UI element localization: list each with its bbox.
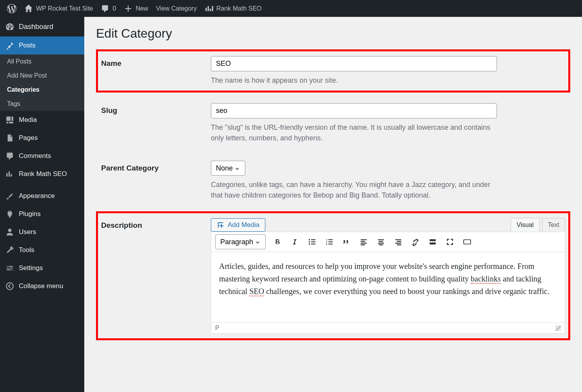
align-center-icon xyxy=(377,238,385,246)
link-icon xyxy=(411,238,420,246)
admin-sidebar: Dashboard Posts All Posts Add New Post C… xyxy=(0,17,84,392)
plugin-icon xyxy=(5,210,14,218)
menu-users[interactable]: Users xyxy=(0,223,84,241)
slug-input[interactable] xyxy=(211,103,497,118)
menu-pages[interactable]: Pages xyxy=(0,129,84,147)
menu-comments[interactable]: Comments xyxy=(0,147,84,165)
rank-math-link[interactable]: Rank Math SEO xyxy=(201,0,266,17)
add-media-button[interactable]: Add Media xyxy=(211,218,265,232)
description-label: Description xyxy=(101,218,211,334)
format-select[interactable]: Paragraph xyxy=(215,234,266,249)
readmore-icon xyxy=(428,238,437,246)
svg-point-3 xyxy=(309,243,310,245)
menu-rank-math[interactable]: Rank Math SEO xyxy=(0,165,84,183)
submenu-all-posts[interactable]: All Posts xyxy=(0,54,84,69)
media-icon xyxy=(5,116,14,124)
name-input[interactable] xyxy=(211,56,497,71)
menu-plugins[interactable]: Plugins xyxy=(0,205,84,223)
name-label: Name xyxy=(101,56,211,86)
chart-icon xyxy=(205,4,213,13)
parent-label: Parent Category xyxy=(101,161,211,201)
svg-point-1 xyxy=(309,239,310,240)
media-add-icon xyxy=(217,221,225,229)
svg-rect-4 xyxy=(464,240,471,244)
name-row: Name The name is how it appears on your … xyxy=(96,49,570,93)
quote-icon xyxy=(342,238,351,246)
resize-handle[interactable] xyxy=(555,325,561,331)
numbered-list-icon xyxy=(325,238,334,246)
keyboard-icon xyxy=(463,238,471,246)
spell-error: SEO xyxy=(249,287,264,296)
menu-dashboard[interactable]: Dashboard xyxy=(0,17,84,36)
wrench-icon xyxy=(5,246,14,254)
numbered-list-button[interactable] xyxy=(324,236,335,247)
wp-logo[interactable] xyxy=(3,0,20,17)
readmore-button[interactable] xyxy=(427,236,438,247)
content-area: Edit Category Name The name is how it ap… xyxy=(84,17,582,392)
site-name-link[interactable]: WP Rocket Test Site xyxy=(20,0,97,17)
align-right-button[interactable] xyxy=(393,236,404,247)
align-center-button[interactable] xyxy=(375,236,386,247)
tab-visual[interactable]: Visual xyxy=(511,218,539,232)
italic-icon xyxy=(290,238,299,246)
home-icon xyxy=(24,4,33,13)
menu-appearance[interactable]: Appearance xyxy=(0,187,84,205)
slug-help: The "slug" is the URL-friendly version o… xyxy=(211,122,497,143)
name-help: The name is how it appears on your site. xyxy=(211,75,497,86)
new-label: New xyxy=(136,5,148,12)
align-left-icon xyxy=(359,238,368,246)
collapse-icon xyxy=(5,282,14,290)
dashboard-icon xyxy=(5,22,14,31)
parent-select[interactable]: None xyxy=(211,161,245,176)
page-title: Edit Category xyxy=(96,26,570,41)
menu-posts[interactable]: Posts xyxy=(0,36,84,54)
svg-point-0 xyxy=(6,283,13,290)
user-icon xyxy=(5,228,14,236)
italic-button[interactable] xyxy=(289,236,300,247)
bullet-list-button[interactable] xyxy=(306,236,317,247)
wordpress-icon xyxy=(7,4,16,13)
bold-icon xyxy=(273,238,282,246)
comments-icon xyxy=(5,152,14,160)
pin-icon xyxy=(5,41,14,50)
slug-row: Slug The "slug" is the URL-friendly vers… xyxy=(96,96,570,150)
submenu-categories[interactable]: Categories xyxy=(0,83,84,97)
comment-icon xyxy=(101,4,109,13)
spell-error: backlinks xyxy=(471,274,501,284)
link-button[interactable] xyxy=(410,236,421,247)
menu-tools[interactable]: Tools xyxy=(0,241,84,259)
align-left-button[interactable] xyxy=(358,236,369,247)
menu-media[interactable]: Media xyxy=(0,111,84,129)
settings-icon xyxy=(5,264,14,272)
blockquote-button[interactable] xyxy=(341,236,352,247)
align-right-icon xyxy=(394,238,403,246)
plus-icon xyxy=(124,4,132,13)
comments-link[interactable]: 0 xyxy=(97,0,120,17)
site-title: WP Rocket Test Site xyxy=(36,5,93,12)
description-row: Description Add Media Visual Text xyxy=(96,211,570,340)
submenu-tags[interactable]: Tags xyxy=(0,97,84,111)
submenu-add-new-post[interactable]: Add New Post xyxy=(0,69,84,83)
menu-settings[interactable]: Settings xyxy=(0,259,84,277)
toolbar-toggle-button[interactable] xyxy=(462,236,473,247)
tab-text[interactable]: Text xyxy=(542,218,565,232)
rank-math-icon xyxy=(5,170,14,178)
fullscreen-icon xyxy=(446,238,454,246)
bullet-list-icon xyxy=(308,238,316,246)
editor-path: P xyxy=(215,325,219,332)
posts-submenu: All Posts Add New Post Categories Tags xyxy=(0,54,84,111)
brush-icon xyxy=(5,192,14,200)
svg-point-2 xyxy=(309,241,310,242)
slug-label: Slug xyxy=(101,103,211,143)
collapse-menu[interactable]: Collapse menu xyxy=(0,277,84,295)
admin-bar: WP Rocket Test Site 0 New View Category … xyxy=(0,0,582,17)
pages-icon xyxy=(5,134,14,142)
parent-help: Categories, unlike tags, can have a hier… xyxy=(211,180,497,201)
fullscreen-button[interactable] xyxy=(444,236,455,247)
new-content-link[interactable]: New xyxy=(120,0,152,17)
view-category-link[interactable]: View Category xyxy=(152,0,201,17)
parent-row: Parent Category None Categories, unlike … xyxy=(96,154,570,207)
editor-toolbar: Paragraph xyxy=(211,232,565,252)
bold-button[interactable] xyxy=(272,236,283,247)
description-editor[interactable]: Articles, guides, and resources to help … xyxy=(211,252,565,323)
